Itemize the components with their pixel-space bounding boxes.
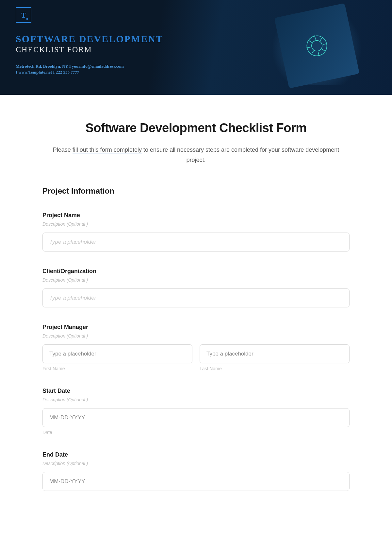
input-end-date[interactable] bbox=[42, 472, 350, 491]
input-last-name[interactable] bbox=[200, 344, 350, 363]
banner-title-line2: CHECKLIST FORM bbox=[16, 45, 92, 54]
svg-point-3 bbox=[318, 55, 319, 56]
label-project-name: Project Name bbox=[42, 212, 350, 219]
brain-chip-icon bbox=[300, 28, 335, 63]
logo: T bbox=[16, 7, 31, 23]
input-first-name[interactable] bbox=[42, 344, 192, 363]
desc-client-org: Description (Optional ) bbox=[42, 277, 350, 283]
svg-point-5 bbox=[326, 43, 327, 44]
field-end-date: End Date Description (Optional ) bbox=[42, 451, 350, 491]
field-client-org: Client/Organization Description (Optiona… bbox=[42, 268, 350, 307]
desc-start-date: Description (Optional ) bbox=[42, 397, 350, 402]
banner-contact-line1: Metrotech Rd, Brooklyn, NY I yourinfo@em… bbox=[16, 64, 124, 69]
section-title-project-info: Project Information bbox=[42, 186, 350, 196]
svg-point-1 bbox=[311, 40, 323, 52]
label-project-manager: Project Manager bbox=[42, 324, 350, 331]
field-start-date: Start Date Description (Optional ) Date bbox=[42, 388, 350, 435]
desc-end-date: Description (Optional ) bbox=[42, 461, 350, 466]
desc-project-manager: Description (Optional ) bbox=[42, 333, 350, 339]
label-client-org: Client/Organization bbox=[42, 268, 350, 275]
chip-graphic bbox=[274, 3, 360, 89]
field-project-name: Project Name Description (Optional ) bbox=[42, 212, 350, 252]
desc-project-name: Description (Optional ) bbox=[42, 221, 350, 227]
svg-point-2 bbox=[314, 35, 316, 37]
sublabel-first-name: First Name bbox=[42, 366, 192, 371]
intro-after: to ensure all necessary steps are comple… bbox=[142, 147, 339, 163]
header-banner: T SOFTWARE DEVELOPMENT CHECKLIST FORM Me… bbox=[0, 0, 392, 95]
logo-letter: T bbox=[21, 11, 26, 20]
input-project-name[interactable] bbox=[42, 233, 350, 252]
input-client-org[interactable] bbox=[42, 288, 350, 307]
intro-before: Please bbox=[53, 147, 73, 153]
field-project-manager: Project Manager Description (Optional ) … bbox=[42, 324, 350, 371]
banner-contact-line2: I www.Template.net I 222 555 7777 bbox=[16, 70, 79, 75]
logo-dot-icon bbox=[26, 18, 28, 20]
svg-point-0 bbox=[305, 34, 329, 58]
sublabel-last-name: Last Name bbox=[200, 366, 350, 371]
input-start-date[interactable] bbox=[42, 408, 350, 427]
intro-linked: fill out this form completely bbox=[73, 147, 142, 153]
form-title: Software Development Checklist Form bbox=[42, 121, 350, 135]
sublabel-start-date: Date bbox=[42, 430, 350, 435]
banner-title-line1: SOFTWARE DEVELOPMENT bbox=[16, 33, 163, 44]
label-end-date: End Date bbox=[42, 451, 350, 458]
form-intro: Please fill out this form completely to … bbox=[42, 145, 350, 165]
form-body: Software Development Checklist Form Plea… bbox=[0, 95, 392, 491]
svg-point-4 bbox=[306, 47, 308, 48]
label-start-date: Start Date bbox=[42, 388, 350, 394]
